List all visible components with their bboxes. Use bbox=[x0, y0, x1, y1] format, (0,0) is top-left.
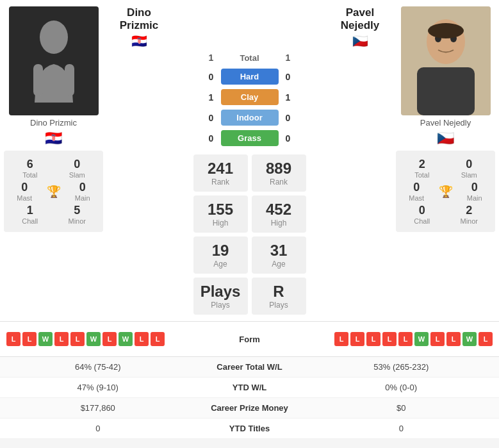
player-comparison-row: Dino Prizmic 🇭🇷 6 Total 0 Slam bbox=[0, 0, 499, 321]
svg-point-8 bbox=[428, 23, 464, 38]
stats-left-value: 47% (9-10) bbox=[10, 383, 186, 392]
left-minor-label: Minor bbox=[68, 217, 86, 225]
right-mast-label: Mast bbox=[409, 194, 424, 202]
right-trophy-row: 0 Mast 🏆 0 Main bbox=[398, 181, 493, 202]
right-flag-row: 🇨🇿 bbox=[437, 130, 454, 147]
grass-button[interactable]: Grass bbox=[221, 130, 279, 146]
form-badge: W bbox=[119, 332, 133, 346]
left-flag-row: 🇭🇷 bbox=[45, 130, 62, 147]
right-player-column: Pavel Nejedly 🇨🇿 2 Total 0 Slam bbox=[396, 6, 495, 315]
left-chall-label: Chall bbox=[22, 217, 38, 225]
left-rank-val: 241 bbox=[200, 160, 241, 178]
left-total-val: 6 bbox=[27, 158, 33, 171]
surface-row-indoor: 0 Indoor 0 bbox=[107, 110, 392, 126]
surface-table: 0 Hard 0 1 Clay 1 0 Indoor 0 0 Grass bbox=[107, 67, 392, 148]
right-main-label: Main bbox=[467, 194, 482, 202]
stats-right-value: 53% (265-232) bbox=[314, 362, 489, 372]
left-stat-panel: 6 Total 0 Slam 0 Mast 🏆 0 bbox=[4, 151, 103, 232]
right-player-flag: 🇨🇿 bbox=[437, 130, 454, 147]
form-badge: L bbox=[54, 332, 69, 346]
right-plays-label: Plays bbox=[258, 301, 300, 310]
left-slam-label: Slam bbox=[69, 171, 85, 179]
stats-left-value: 64% (75-42) bbox=[10, 362, 186, 372]
form-badge: W bbox=[462, 332, 477, 346]
form-badge: L bbox=[70, 332, 85, 346]
clay-button[interactable]: Clay bbox=[221, 89, 279, 105]
left-mast-val: 0 bbox=[21, 181, 28, 194]
form-badge: L bbox=[334, 332, 348, 346]
right-player-name-top: Pavel Nejedly bbox=[328, 6, 392, 32]
right-slam-label: Slam bbox=[461, 171, 477, 179]
form-badge: L bbox=[366, 332, 380, 346]
hard-button[interactable]: Hard bbox=[221, 69, 279, 85]
stats-container: 64% (75-42)Career Total W/L53% (265-232)… bbox=[0, 357, 499, 439]
right-flag-top: 🇨🇿 bbox=[328, 33, 392, 49]
stats-label: YTD Titles bbox=[186, 424, 314, 433]
left-rank-label: Rank bbox=[200, 178, 241, 187]
main-container: Dino Prizmic 🇭🇷 6 Total 0 Slam bbox=[0, 0, 499, 439]
left-trophy-icon: 🏆 bbox=[47, 185, 61, 199]
form-badge: L bbox=[151, 332, 165, 346]
stats-label: Career Total W/L bbox=[186, 362, 314, 372]
right-player-name: Pavel Nejedly bbox=[420, 118, 471, 128]
left-chall-val: 1 bbox=[27, 204, 33, 217]
right-stat-panel: 2 Total 0 Slam 0 Mast 🏆 0 bbox=[396, 151, 495, 232]
stats-label: Career Prize Money bbox=[186, 403, 314, 413]
form-badge: L bbox=[6, 332, 20, 346]
svg-point-0 bbox=[40, 21, 68, 54]
right-chall-label: Chall bbox=[414, 217, 430, 225]
center-column: Dino Prizmic 🇭🇷 Pavel Nejedly 🇨🇿 1 Total… bbox=[107, 6, 392, 315]
hard-left-score: 0 bbox=[202, 72, 221, 82]
right-total-val: 2 bbox=[419, 158, 425, 171]
form-section: LLWLLWLWLL Form LLLLLWLLWL bbox=[0, 321, 499, 356]
right-high-label: High bbox=[258, 219, 300, 228]
left-chall-minor-row: 1 Chall 5 Minor bbox=[6, 204, 101, 225]
left-form-badges: LLWLLWLWLL bbox=[6, 332, 165, 346]
right-minor-label: Minor bbox=[460, 217, 478, 225]
left-trophy-row: 0 Mast 🏆 0 Main bbox=[6, 181, 101, 202]
form-badge: L bbox=[350, 332, 364, 346]
left-main-label: Main bbox=[75, 194, 90, 202]
right-mast-cell: 0 Mast bbox=[398, 181, 435, 202]
right-trophy-icon: 🏆 bbox=[439, 185, 453, 199]
left-player-column: Dino Prizmic 🇭🇷 6 Total 0 Slam bbox=[4, 6, 103, 315]
form-badge: L bbox=[135, 332, 149, 346]
stats-right-value: $0 bbox=[314, 403, 489, 413]
right-main-val: 0 bbox=[471, 181, 478, 194]
right-minor-val: 2 bbox=[466, 204, 472, 217]
right-minor-cell: 2 Minor bbox=[446, 204, 493, 225]
right-player-avatar bbox=[401, 6, 491, 115]
svg-rect-2 bbox=[65, 64, 74, 96]
left-age-label: Age bbox=[200, 260, 241, 269]
grass-right-score: 0 bbox=[279, 133, 298, 144]
right-chall-minor-row: 0 Chall 2 Minor bbox=[398, 204, 493, 225]
left-plays-label: Plays bbox=[200, 301, 241, 310]
right-slam-cell: 0 Slam bbox=[446, 158, 493, 179]
hard-right-score: 0 bbox=[279, 72, 298, 82]
stats-right-value: 0% (0-0) bbox=[314, 383, 489, 392]
stats-label: YTD W/L bbox=[186, 383, 314, 392]
form-badge: W bbox=[38, 332, 53, 346]
stats-left-value: 0 bbox=[10, 424, 186, 433]
total-right-score: 1 bbox=[279, 53, 298, 63]
left-avatar-silhouette bbox=[28, 19, 79, 103]
indoor-button[interactable]: Indoor bbox=[221, 110, 279, 126]
form-badge: L bbox=[102, 332, 117, 346]
stats-rows: 64% (75-42)Career Total W/L53% (265-232)… bbox=[0, 356, 499, 439]
right-avatar-photo bbox=[401, 6, 491, 115]
left-high-val: 155 bbox=[200, 201, 241, 219]
right-total-cell: 2 Total bbox=[398, 158, 446, 179]
right-high-val: 452 bbox=[258, 201, 300, 219]
right-main-cell: 0 Main bbox=[457, 181, 493, 202]
left-total-cell: 6 Total bbox=[6, 158, 54, 179]
left-mast-cell: 0 Mast bbox=[6, 181, 43, 202]
surface-row-clay: 1 Clay 1 bbox=[107, 89, 392, 105]
form-badge: W bbox=[414, 332, 429, 346]
left-slam-val: 0 bbox=[74, 158, 80, 171]
left-player-flag: 🇭🇷 bbox=[45, 130, 62, 147]
right-slam-val: 0 bbox=[466, 158, 472, 171]
stats-left-value: $177,860 bbox=[10, 403, 186, 413]
svg-rect-5 bbox=[417, 67, 475, 115]
form-label: Form bbox=[165, 335, 334, 344]
right-total-slam-row: 2 Total 0 Slam bbox=[398, 158, 493, 179]
